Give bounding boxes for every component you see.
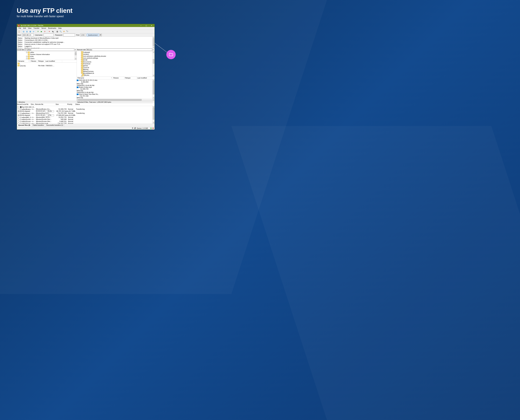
queue-list[interactable]: ftp://192.168.1.5...C:\sdfss\Brains ...<… <box>17 106 154 124</box>
filter-icon[interactable]: ▥ <box>56 30 59 33</box>
queue-checkbox[interactable] <box>18 120 19 122</box>
tree-node[interactable]: LazyList <box>77 67 154 68</box>
menu-transfer[interactable]: Transfer <box>32 27 40 30</box>
remote-list-hscrollbar[interactable]: ◂▸ <box>77 99 154 101</box>
refresh-icon[interactable]: ⟳ <box>37 30 39 33</box>
queue-item[interactable]: C:\sdfss\test.m...<<--/Movies/test.mp471… <box>17 122 154 124</box>
toggle-log-icon[interactable]: ▤ <box>22 30 25 33</box>
toggle-queue-icon[interactable]: ⇄ <box>32 30 35 33</box>
compare-icon[interactable]: 🔍 <box>59 30 62 33</box>
tree-node[interactable]: +sdfss <box>17 51 76 53</box>
list-item[interactable]: How to Have Your Best Ye...714,767,230MP… <box>77 93 154 99</box>
queue-checkbox[interactable] <box>17 106 19 108</box>
queue-scrollbar[interactable]: ▴▾ <box>153 106 154 124</box>
quickconnect-history-button[interactable]: ▾ <box>99 34 102 36</box>
tree-node[interactable]: Cellopark <box>77 51 154 53</box>
queue-tab[interactable]: Successful transfers (1) <box>45 124 64 127</box>
queue-checkbox[interactable] <box>18 116 19 118</box>
queue-tab[interactable]: Queued files (8) <box>17 124 32 127</box>
remote-path-dropdown[interactable]: ▾ <box>152 49 154 51</box>
queue-server-row[interactable]: ftp://192.168.1.5... <box>17 106 154 108</box>
tree-expander-icon[interactable]: + <box>26 56 27 57</box>
tree-expander-icon[interactable]: + <box>26 52 27 53</box>
quickconnect-button[interactable]: Quickconnect <box>87 34 99 36</box>
tree-node[interactable]: centauri <box>77 53 154 55</box>
tree-expander-icon[interactable]: + <box>26 58 27 59</box>
cancel-icon[interactable]: ⊘ <box>43 30 46 33</box>
queue-item[interactable]: C:\sdfss\IMG_0...<<--/Movies/IMG_0274...… <box>17 116 154 118</box>
menu-help[interactable]: Help <box>57 27 63 30</box>
list-item[interactable]: .. <box>17 63 76 65</box>
message-log[interactable]: Status:Starting download of /Movies/Brai… <box>17 37 154 48</box>
queue-checkbox[interactable] <box>18 108 19 110</box>
remote-tree-scrollbar[interactable]: ▴▾ <box>153 51 154 76</box>
local-file-list[interactable]: .. wnk,hksFile folder7/08/2021 ... <box>17 63 76 101</box>
tree-node[interactable]: DCIM <box>77 59 154 61</box>
column-header[interactable]: Filetype <box>124 77 137 79</box>
process-queue-icon[interactable]: ▶ <box>40 30 43 33</box>
local-tree[interactable]: +sdfssSystem Volume Information+tools+Us… <box>17 51 76 60</box>
column-header[interactable]: Priority <box>67 103 75 106</box>
toggle-localtree-icon[interactable]: ▥ <box>25 30 28 33</box>
port-input[interactable] <box>80 34 86 36</box>
close-button[interactable]: ✕ <box>149 24 154 27</box>
tree-node[interactable]: com.android.settings <box>77 57 154 59</box>
local-tree-scrollbar[interactable]: ▴▾ <box>75 51 76 60</box>
tree-node[interactable]: System Volume Information <box>17 53 76 55</box>
menu-file[interactable]: File <box>17 27 22 30</box>
local-list-header[interactable]: FilenameFilesizeFiletypeLast modified <box>17 60 76 63</box>
column-header[interactable]: Filesize <box>30 60 37 62</box>
queue-item[interactable]: C:\sdfss\Screen...<<--/Movies/Screen Rec… <box>17 118 154 120</box>
column-header[interactable]: Server/Local file <box>17 103 31 106</box>
list-item[interactable]: Brains 4 lobs.mp451,599,729MP4 File18/02… <box>77 86 154 93</box>
reconnect-icon[interactable]: 🔌 <box>51 30 54 33</box>
tree-node[interactable]: com.activision.callofduty.shooter <box>77 55 154 57</box>
tree-node[interactable]: Download <box>77 63 154 65</box>
tree-node[interactable]: +Users <box>17 57 76 60</box>
menu-edit[interactable]: Edit <box>22 27 27 30</box>
queue-tab[interactable]: Failed transfers <box>31 124 45 127</box>
queue-header[interactable]: Server/Local fileDire...Remote fileSizeP… <box>17 103 154 106</box>
column-header[interactable]: Status <box>75 103 93 106</box>
column-header[interactable]: Filetype <box>37 60 45 62</box>
menu-view[interactable]: View <box>27 27 32 30</box>
queue-item[interactable]: C:\sdfss\Screen...<<--/Movies/Screen Rec… <box>17 120 154 122</box>
remote-path-input[interactable] <box>86 49 152 51</box>
queue-checkbox[interactable] <box>18 112 19 114</box>
list-item[interactable]: wnk,hksFile folder7/08/2021 ... <box>17 65 76 67</box>
column-header[interactable]: Filesize <box>113 77 124 79</box>
titlebar[interactable]: Fz ftp://192.168.1.5:1234 - FileZilla ─ … <box>17 24 154 27</box>
queue-item[interactable]: C:\sdfss\How t...<<--/Movies/How to H...… <box>17 112 154 114</box>
remote-file-list[interactable]: 2022-06-18 22-28-12.mkv6,456,894MKV File… <box>77 79 154 99</box>
list-item[interactable]: 2022-06-18 22-28-12.mkv6,456,894MKV File… <box>77 79 154 86</box>
tree-node[interactable]: games <box>77 65 154 67</box>
column-header[interactable]: Remote file <box>35 103 56 106</box>
queue-checkbox[interactable] <box>18 122 19 124</box>
search-icon[interactable]: 🔭 <box>66 30 69 33</box>
password-input[interactable] <box>63 34 75 36</box>
column-header[interactable]: Last modified <box>137 77 154 79</box>
local-path-dropdown[interactable]: ▾ <box>74 49 76 51</box>
remote-list-scrollbar[interactable]: ▴▾ <box>153 79 154 99</box>
remote-tree[interactable]: Celloparkcentauricom.activision.callofdu… <box>77 51 154 77</box>
queue-checkbox[interactable] <box>18 118 19 120</box>
minimize-button[interactable]: ─ <box>139 24 143 27</box>
column-header[interactable]: Size <box>56 103 67 106</box>
tree-node[interactable]: +Movies <box>77 74 154 76</box>
maximize-button[interactable]: ▢ <box>144 24 148 27</box>
tree-node[interactable]: Documents <box>77 61 154 63</box>
username-input[interactable] <box>44 34 54 36</box>
column-header[interactable]: Filename <box>77 77 113 79</box>
log-scrollbar[interactable]: ▴▾ <box>153 37 154 48</box>
remote-list-header[interactable]: FilenameFilesizeFiletypeLast modified <box>77 77 154 79</box>
queue-item[interactable]: C:\sdfss\Brains ...<<--/Movies/Brains 4 … <box>17 108 154 110</box>
disconnect-icon[interactable]: ✕ <box>48 30 51 33</box>
column-header[interactable]: Last modified <box>45 60 62 62</box>
tree-node[interactable]: Memes <box>77 68 154 70</box>
column-header[interactable]: Filename <box>17 60 30 62</box>
host-input[interactable] <box>22 34 34 36</box>
menu-bookmarks[interactable]: Bookmarks <box>47 27 57 30</box>
column-header[interactable]: Dire... <box>31 103 35 106</box>
settings-icon[interactable]: ⚙ <box>132 127 133 129</box>
toggle-remotetree-icon[interactable]: ▦ <box>29 30 32 33</box>
